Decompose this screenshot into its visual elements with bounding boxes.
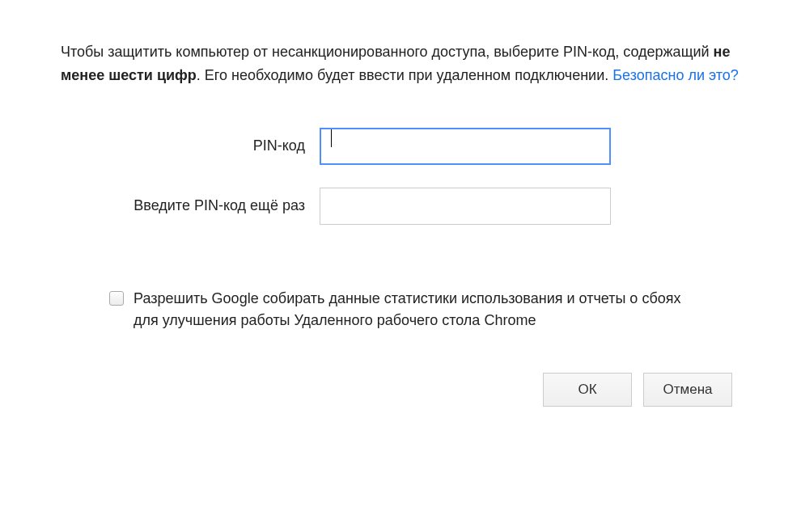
cancel-button[interactable]: Отмена: [643, 373, 732, 407]
text-cursor-icon: [331, 129, 332, 147]
pin-row: PIN-код: [61, 128, 740, 165]
pin-confirm-row: Введите PIN-код ещё раз: [61, 188, 740, 225]
pin-confirm-label: Введите PIN-код ещё раз: [61, 197, 320, 214]
pin-label: PIN-код: [61, 137, 320, 154]
pin-form: PIN-код Введите PIN-код ещё раз: [61, 128, 740, 247]
stats-checkbox-label: Разрешить Google собирать данные статист…: [134, 288, 692, 333]
pin-confirm-input[interactable]: [320, 188, 611, 225]
stats-checkbox[interactable]: [109, 291, 124, 306]
dialog-buttons: ОК Отмена: [61, 373, 740, 407]
instruction-text: Чтобы защитить компьютер от несанкционир…: [61, 40, 740, 87]
instruction-part1: Чтобы защитить компьютер от несанкционир…: [61, 44, 714, 60]
ok-button[interactable]: ОК: [543, 373, 632, 407]
pin-input[interactable]: [320, 128, 611, 165]
stats-checkbox-row: Разрешить Google собирать данные статист…: [61, 288, 740, 333]
safety-link[interactable]: Безопасно ли это?: [612, 67, 739, 83]
instruction-part2: . Его необходимо будет ввести при удален…: [197, 67, 612, 83]
